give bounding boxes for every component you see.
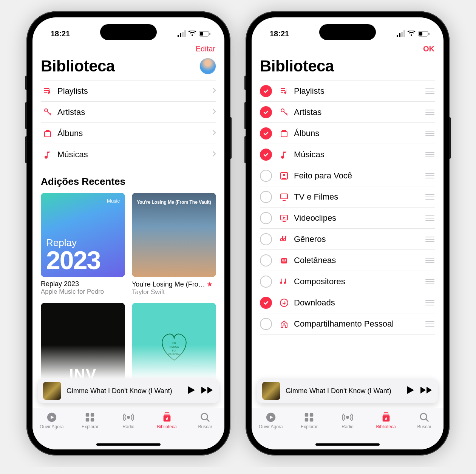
- edit-row-feito[interactable]: Feito para Você: [260, 165, 435, 186]
- play-icon[interactable]: [406, 386, 415, 396]
- now-playing-bar[interactable]: Gimme What I Don't Know (I Want): [257, 378, 438, 403]
- drag-handle-icon[interactable]: [425, 215, 435, 221]
- edit-row-musicas[interactable]: Músicas: [260, 144, 435, 165]
- forward-icon[interactable]: [201, 386, 214, 396]
- tab-ouvir-agora[interactable]: Ouvir Agora: [252, 412, 290, 449]
- apple-music-badge: Music: [107, 198, 120, 204]
- edit-row-colet[interactable]: Coletâneas: [260, 250, 435, 271]
- tab-buscar[interactable]: Buscar: [405, 412, 444, 449]
- edit-button[interactable]: Editar: [196, 45, 215, 53]
- tab-label: Ouvir Agora: [259, 424, 283, 429]
- drag-handle-icon[interactable]: [425, 258, 435, 263]
- artistas-icon: [277, 108, 291, 117]
- drag-handle-icon[interactable]: [425, 173, 435, 178]
- svg-rect-1: [200, 32, 203, 36]
- svg-point-46: [283, 323, 285, 325]
- volume-up[interactable]: [25, 102, 27, 129]
- profile-avatar[interactable]: [199, 58, 216, 74]
- tv-icon: [277, 192, 291, 201]
- power-button[interactable]: [449, 117, 451, 159]
- playlists-icon: [277, 87, 291, 96]
- silent-switch[interactable]: [244, 76, 246, 90]
- checkbox[interactable]: [260, 212, 272, 224]
- cellular-icon: [397, 30, 405, 37]
- row-label: Músicas: [291, 150, 425, 160]
- row-label: Feito para Você: [291, 171, 425, 181]
- drag-handle-icon[interactable]: [425, 131, 435, 136]
- edit-row-albuns[interactable]: Álbuns: [260, 123, 435, 144]
- row-label: Álbuns: [291, 129, 425, 138]
- chevron-right-icon: [212, 108, 216, 116]
- row-label: Artistas: [54, 107, 212, 117]
- page-title: Biblioteca: [41, 57, 115, 75]
- drag-handle-icon[interactable]: [425, 237, 435, 242]
- recent-card[interactable]: EUNUNCAFUIEMBORA: [132, 303, 216, 387]
- svg-rect-55: [384, 412, 388, 413]
- recent-card[interactable]: Music Replay 2023 Replay 2023 Apple Musi…: [41, 193, 125, 296]
- tab-label: Biblioteca: [376, 424, 396, 429]
- checkbox[interactable]: [260, 318, 272, 330]
- edit-row-downloads[interactable]: Downloads: [260, 292, 435, 313]
- star-icon: ★: [207, 280, 213, 288]
- row-musicas[interactable]: Músicas: [41, 144, 216, 165]
- svg-rect-16: [91, 413, 94, 417]
- checkbox[interactable]: [260, 149, 272, 161]
- recent-card[interactable]: INV: [41, 303, 125, 387]
- checkbox[interactable]: [260, 254, 272, 266]
- checkbox[interactable]: [260, 297, 272, 309]
- play-icon[interactable]: [187, 386, 196, 396]
- drag-handle-icon[interactable]: [425, 152, 435, 157]
- row-label: Compositores: [291, 277, 425, 287]
- edit-row-artistas[interactable]: Artistas: [260, 102, 435, 123]
- volume-up[interactable]: [244, 102, 246, 129]
- tab-ouvir-agora[interactable]: Ouvir Agora: [32, 412, 71, 449]
- feito-icon: [277, 171, 291, 180]
- row-label: Coletâneas: [291, 256, 425, 265]
- checkbox[interactable]: [260, 233, 272, 245]
- svg-rect-21: [164, 414, 170, 415]
- svg-point-36: [283, 174, 285, 176]
- row-label: Compartilhamento Pessoal: [291, 319, 425, 329]
- recent-card[interactable]: You're Losing Me (From The Vault) You're…: [132, 193, 216, 296]
- checkbox[interactable]: [260, 276, 272, 288]
- row-label: Artistas: [291, 107, 425, 117]
- volume-down[interactable]: [25, 136, 27, 163]
- share-icon: [277, 319, 291, 328]
- album-art: INV: [41, 303, 125, 387]
- drag-handle-icon[interactable]: [425, 321, 435, 327]
- edit-row-clips[interactable]: Videoclipes: [260, 208, 435, 229]
- home-indicator[interactable]: [96, 443, 161, 446]
- row-label: Playlists: [54, 86, 212, 96]
- checkbox[interactable]: [260, 170, 272, 182]
- silent-switch[interactable]: [25, 76, 27, 90]
- power-button[interactable]: [230, 117, 232, 159]
- tab-buscar[interactable]: Buscar: [186, 412, 224, 449]
- edit-row-tv[interactable]: TV e Filmes: [260, 186, 435, 208]
- edit-row-share[interactable]: Compartilhamento Pessoal: [260, 313, 435, 335]
- row-artistas[interactable]: Artistas: [41, 102, 216, 123]
- card-subtitle: Apple Music for Pedro: [41, 288, 125, 296]
- edit-row-generos[interactable]: Gêneros: [260, 229, 435, 250]
- drag-handle-icon[interactable]: [425, 110, 435, 115]
- volume-down[interactable]: [244, 136, 246, 163]
- checkbox[interactable]: [260, 85, 272, 97]
- drag-handle-icon[interactable]: [425, 194, 435, 200]
- row-label: Playlists: [291, 86, 425, 96]
- checkbox[interactable]: [260, 127, 272, 139]
- status-time: 18:21: [51, 29, 70, 38]
- tab-label: Ouvir Agora: [40, 424, 63, 429]
- edit-row-playlists[interactable]: Playlists: [260, 81, 435, 102]
- drag-handle-icon[interactable]: [425, 300, 435, 305]
- music-note-icon: [41, 150, 54, 159]
- row-playlists[interactable]: Playlists: [41, 81, 216, 102]
- checkbox[interactable]: [260, 191, 272, 203]
- edit-row-compos[interactable]: Compositores: [260, 271, 435, 292]
- checkbox[interactable]: [260, 106, 272, 118]
- now-playing-bar[interactable]: Gimme What I Don't Know (I Want): [38, 378, 219, 403]
- drag-handle-icon[interactable]: [425, 88, 435, 94]
- ok-button[interactable]: OK: [423, 45, 434, 53]
- row-albuns[interactable]: Álbuns: [41, 123, 216, 144]
- forward-icon[interactable]: [420, 386, 433, 396]
- drag-handle-icon[interactable]: [425, 279, 435, 284]
- home-indicator[interactable]: [315, 443, 380, 446]
